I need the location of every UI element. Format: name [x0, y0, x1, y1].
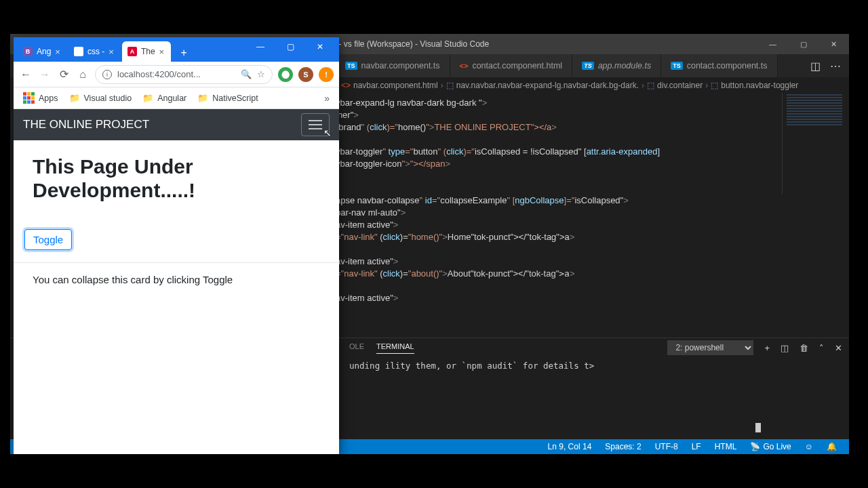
chrome-toolbar: ← → ⟳ ⌂ i localhost:4200/cont... 🔍 ☆ ⬤ S…	[14, 62, 339, 87]
collapse-text: You can collapse this card by clicking T…	[33, 263, 320, 285]
bookmark-item[interactable]: 📁NativeScript	[193, 90, 262, 106]
minimize-button[interactable]: —	[245, 37, 275, 56]
browser-tab[interactable]: css - ×	[68, 41, 121, 62]
address-bar[interactable]: i localhost:4200/cont... 🔍 ☆	[95, 65, 273, 84]
bookmarks-overflow[interactable]: »	[320, 93, 334, 104]
folder-icon: 📁	[197, 93, 208, 103]
notifications-icon[interactable]: 🔔	[821, 442, 842, 451]
reload-button[interactable]: ⟳	[57, 68, 71, 81]
ts-icon: TS	[582, 62, 594, 70]
close-tab-icon[interactable]: ×	[108, 47, 114, 57]
extension-icon[interactable]: S	[298, 67, 313, 82]
folder-icon: 📁	[69, 93, 80, 103]
status-spaces[interactable]: Spaces: 2	[599, 442, 646, 451]
chrome-tabstrip: B Ang × css - × A The × + — ▢ ✕	[14, 37, 339, 62]
favicon: A	[127, 47, 137, 56]
maximize-panel-icon[interactable]: ˄	[819, 343, 824, 353]
apps-icon	[23, 92, 35, 104]
zoom-icon[interactable]: 🔍	[241, 69, 252, 79]
browser-tab-active[interactable]: A The ×	[122, 41, 171, 62]
site-info-icon[interactable]: i	[102, 70, 112, 79]
split-editor-icon[interactable]: ◫	[810, 60, 821, 73]
struct-icon: ⬚	[446, 81, 454, 90]
app-navbar: THE ONLINE PROJECT ↖	[14, 109, 339, 140]
url-text: localhost:4200/cont...	[117, 69, 201, 79]
html-icon: <>	[460, 62, 469, 70]
hamburger-icon	[309, 124, 322, 125]
favicon: B	[23, 47, 33, 56]
editor-tab[interactable]: TScontact.component.ts	[661, 54, 777, 77]
terminal-select[interactable]: 2: powershell	[667, 340, 753, 355]
forward-button[interactable]: →	[38, 68, 52, 81]
close-tab-icon[interactable]: ×	[55, 47, 60, 57]
brand-text[interactable]: THE ONLINE PROJECT	[23, 118, 149, 131]
new-terminal-icon[interactable]: +	[764, 343, 770, 353]
star-icon[interactable]: ☆	[257, 69, 265, 79]
close-button[interactable]: ✕	[305, 37, 335, 56]
page-viewport: THE ONLINE PROJECT ↖ This Page Under Dev…	[14, 109, 339, 454]
struct-icon: ⬚	[711, 81, 718, 90]
maximize-button[interactable]: ▢	[788, 34, 818, 54]
status-lang[interactable]: HTML	[709, 442, 743, 451]
home-button[interactable]: ⌂	[76, 68, 90, 81]
bookmark-item[interactable]: 📁Visual studio	[65, 90, 136, 106]
split-terminal-icon[interactable]: ◫	[781, 343, 789, 353]
navbar-toggler-button[interactable]: ↖	[301, 113, 330, 136]
favicon	[74, 47, 83, 56]
more-icon[interactable]: ⋯	[830, 60, 841, 73]
chrome-window: B Ang × css - × A The × + — ▢ ✕ ← → ⟳ ⌂ …	[14, 37, 339, 454]
close-tab-icon[interactable]: ×	[159, 47, 165, 57]
status-cursor[interactable]: Ln 9, Col 14	[542, 442, 597, 451]
panel-tab[interactable]: OLE	[349, 342, 364, 353]
editor-tab[interactable]: TSapp.module.ts	[572, 54, 661, 77]
folder-icon: 📁	[142, 93, 153, 103]
apps-button[interactable]: Apps	[19, 89, 62, 106]
ts-icon: TS	[345, 62, 357, 70]
ts-icon: TS	[671, 62, 683, 70]
struct-icon: ⬚	[647, 81, 654, 90]
page-heading: This Page Under Development.....!	[33, 155, 320, 202]
close-button[interactable]: ✕	[818, 34, 849, 54]
minimap[interactable]	[782, 93, 846, 195]
new-tab-button[interactable]: +	[175, 44, 193, 62]
terminal-cursor	[755, 423, 761, 432]
html-icon: <>	[341, 81, 351, 90]
back-button[interactable]: ←	[19, 68, 33, 81]
browser-tab[interactable]: B Ang ×	[18, 41, 67, 62]
status-eol[interactable]: LF	[686, 442, 707, 451]
bookmark-item[interactable]: 📁Angular	[138, 90, 191, 106]
go-live-button[interactable]: 📡 Go Live	[745, 442, 796, 451]
close-panel-icon[interactable]: ✕	[835, 343, 842, 353]
toggle-button[interactable]: Toggle	[24, 229, 72, 250]
maximize-button[interactable]: ▢	[275, 37, 305, 56]
mouse-cursor-icon: ↖	[323, 127, 332, 138]
kill-terminal-icon[interactable]: 🗑	[800, 343, 808, 353]
extension-icon[interactable]: ⬤	[278, 67, 293, 82]
editor-tab[interactable]: <>contact.component.html	[450, 54, 573, 77]
status-encoding[interactable]: UTF-8	[650, 442, 684, 451]
editor-tab[interactable]: TSnavbar.component.ts	[336, 54, 450, 77]
bookmarks-bar: Apps 📁Visual studio 📁Angular 📁NativeScri…	[14, 87, 339, 109]
feedback-icon[interactable]: ☺	[800, 442, 818, 451]
minimize-button[interactable]: —	[757, 34, 788, 54]
extension-icon[interactable]: !	[319, 67, 334, 82]
panel-tab-terminal[interactable]: TERMINAL	[376, 342, 414, 354]
